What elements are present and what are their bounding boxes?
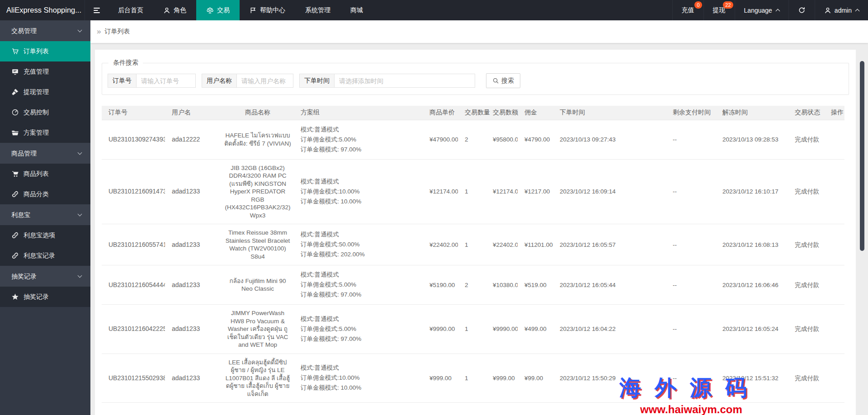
cell-plan: 模式:普通模式订单佣金模式:10.00%订单金额模式: 10.00%	[294, 354, 423, 403]
plan-line: 订单金额模式: 97.00%	[301, 334, 421, 344]
gavel-icon	[11, 88, 19, 96]
sidebar-group-interest[interactable]: 利息宝	[0, 204, 90, 225]
plan-line: 订单佣金模式:50.00%	[301, 240, 421, 250]
cell-order_no: UB2310130927439303	[102, 120, 165, 159]
plan-line: 订单佣金模式:10.00%	[301, 187, 421, 197]
search-field-order-time: 下单时间	[299, 74, 475, 88]
col-header-product: 商品名称	[222, 106, 294, 120]
sidebar-item-interest-records[interactable]: 利息宝记录	[0, 245, 90, 266]
flag-icon	[250, 7, 257, 14]
cell-remain: --	[666, 159, 716, 224]
sidebar-item-order-list[interactable]: 订单列表	[0, 41, 90, 61]
plan-line: 模式:普通模式	[301, 125, 421, 135]
app-title: AliExpress Shopping...	[0, 0, 85, 20]
plan-line: 模式:普通模式	[301, 314, 421, 324]
board-icon	[11, 68, 19, 75]
breadcrumb: » 订单列表	[90, 20, 868, 43]
chevron-down-icon	[78, 151, 82, 155]
cell-plan: 模式:普通模式订单佣金模式:5.00%订单金额模式: 97.00%	[294, 120, 423, 159]
sidebar-group-label: 交易管理	[11, 27, 37, 34]
cell-commission: ¥99.00	[518, 354, 553, 403]
top-menu-label: 后台首页	[118, 6, 143, 14]
chevron-up-icon	[855, 9, 860, 14]
sidebar-item-trade-control[interactable]: 交易控制	[0, 102, 90, 123]
cell-qty: 1	[458, 159, 486, 224]
withdraw-badge: 22	[723, 1, 733, 9]
cell-username: adad1233	[165, 265, 222, 305]
cell-product: JIB 32GB (16GBx2) DDR4/3200 RAM PC (แรมพ…	[222, 159, 294, 224]
sidebar-item-label: 商品列表	[24, 170, 49, 178]
cell-price: ¥22402.00	[423, 224, 458, 265]
search-button[interactable]: 搜索	[486, 73, 520, 88]
sidebar-group-label: 利息宝	[11, 211, 30, 218]
cell-qty: 2	[458, 265, 486, 305]
cell-action	[824, 120, 844, 159]
admin-dropdown[interactable]: admin	[815, 0, 868, 20]
cell-product: LEE เสื้อคลุมฮู้ดดี้มีซิป ผู้ชาย / ผู้หญ…	[222, 354, 294, 403]
breadcrumb-icon: »	[97, 27, 101, 36]
page-scrollbar-thumb[interactable]	[860, 61, 864, 251]
refresh-button[interactable]	[788, 0, 815, 20]
hamburger-icon	[92, 6, 101, 15]
sidebar-item-product-list[interactable]: 商品列表	[0, 164, 90, 184]
username-input[interactable]	[236, 74, 293, 88]
recharge-button[interactable]: 充值 0	[672, 0, 703, 20]
top-menu-item-help-center[interactable]: 帮助中心	[240, 0, 295, 20]
cell-amount: ¥95800.00	[486, 120, 518, 159]
sidebar-group-product-mgmt[interactable]: 商品管理	[0, 143, 90, 164]
order-time-input[interactable]	[334, 74, 475, 88]
cell-order_time: 2023/10/12 16:09:14	[553, 159, 666, 224]
sidebar-group-trade-mgmt[interactable]: 交易管理	[0, 20, 90, 41]
cell-price: ¥999.00	[423, 354, 458, 403]
cell-order_time: 2023/10/12 15:50:29	[553, 354, 666, 403]
link-icon	[11, 231, 19, 239]
top-menu: 后台首页 角色 交易 帮助中心 系统管理 商城	[108, 0, 373, 20]
top-menu-item-home[interactable]: 后台首页	[108, 0, 153, 20]
col-header-unfreeze: 解冻时间	[716, 106, 788, 120]
top-menu-item-system-mgmt[interactable]: 系统管理	[295, 0, 340, 20]
link-icon	[11, 190, 19, 198]
chevron-down-icon	[78, 28, 82, 33]
sidebar-item-product-category[interactable]: 商品分类	[0, 184, 90, 204]
sidebar-item-plan-mgmt[interactable]: 方案管理	[0, 123, 90, 143]
cell-unfreeze: 2023/10/12 15:51:32	[716, 354, 788, 403]
top-menu-item-roles[interactable]: 角色	[153, 0, 196, 20]
cell-action	[824, 224, 844, 265]
sidebar-item-lottery-records[interactable]: 抽奖记录	[0, 287, 90, 307]
search-button-label: 搜索	[501, 77, 514, 85]
top-menu-item-trade[interactable]: 交易	[196, 0, 240, 20]
order-time-field-label: 下单时间	[299, 74, 335, 88]
cell-unfreeze: 2023/10/12 16:10:17	[716, 159, 788, 224]
cell-remain: --	[666, 265, 716, 305]
chevron-down-icon	[78, 274, 82, 278]
cell-qty: 1	[458, 354, 486, 403]
top-menu-label: 交易	[217, 6, 230, 14]
plan-line: 模式:普通模式	[301, 230, 421, 240]
col-header-amount: 交易数额	[486, 106, 518, 120]
language-dropdown[interactable]: Language	[735, 0, 788, 20]
sidebar-item-label: 抽奖记录	[24, 293, 49, 301]
cell-amount: ¥22402.00	[486, 224, 518, 265]
col-header-plan: 方案组	[294, 106, 423, 120]
sidebar-item-recharge-mgmt[interactable]: 充值管理	[0, 61, 90, 82]
order-no-input[interactable]	[136, 74, 196, 88]
search-row: 订单号 用户名称 下单时间 搜索	[108, 73, 843, 88]
withdraw-button[interactable]: 提现 22	[703, 0, 735, 20]
main-content: 条件搜索 订单号 用户名称 下单时间 搜索	[90, 43, 868, 415]
top-right-menu: 充值 0 提现 22 Language admin	[672, 0, 868, 20]
cell-commission: ¥11201.00	[518, 224, 553, 265]
sidebar-item-withdraw-mgmt[interactable]: 提现管理	[0, 82, 90, 102]
cell-username: ada12222	[165, 120, 222, 159]
recharge-label: 充值	[682, 6, 694, 14]
col-header-qty: 交易数量	[458, 106, 486, 120]
sidebar-toggle-button[interactable]	[85, 0, 108, 20]
cell-status: 完成付款	[788, 224, 824, 265]
top-menu-item-mall[interactable]: 商城	[340, 0, 373, 20]
sidebar-group-lottery[interactable]: 抽奖记录	[0, 266, 90, 287]
sidebar-item-interest-options[interactable]: 利息宝选项	[0, 225, 90, 245]
username-field-label: 用户名称	[202, 74, 237, 88]
plan-line: 模式:普通模式	[301, 270, 421, 280]
sidebar-item-label: 提现管理	[24, 88, 49, 96]
cell-unfreeze: 2023/10/13 09:28:53	[716, 120, 788, 159]
col-header-status: 交易状态	[788, 106, 824, 120]
